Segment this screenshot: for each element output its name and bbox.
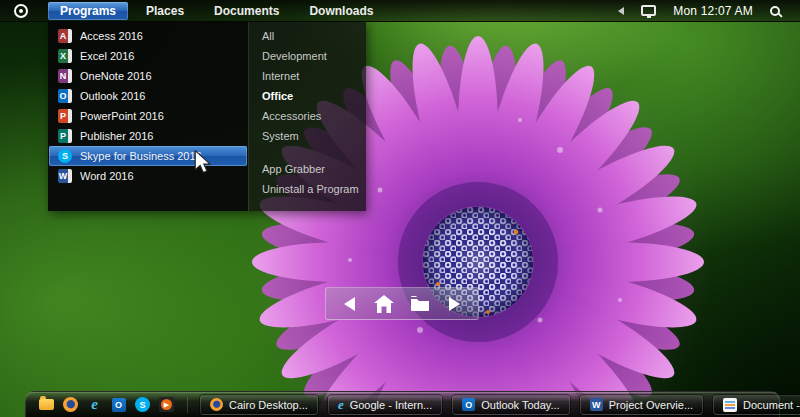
cairo-logo-icon[interactable] [14,4,28,18]
internet-explorer-icon: e [338,397,344,412]
app-item-skype-for-business[interactable]: S Skype for Business 2016 [49,146,247,166]
app-item-label: Outlook 2016 [80,90,145,102]
category-system[interactable]: System [249,126,366,146]
mouse-cursor [194,150,212,174]
task-button-label: Outlook Today... [481,399,559,411]
file-explorer-icon[interactable] [38,396,55,413]
clock[interactable]: Mon 12:07 AM [673,4,753,18]
app-item-publisher[interactable]: P Publisher 2016 [49,126,247,146]
onenote-icon: N [58,69,72,83]
programs-dropdown: A Access 2016 X Excel 2016 N OneNote 201… [48,22,366,211]
menu-documents[interactable]: Documents [202,2,291,20]
excel-icon: X [58,49,72,63]
topbar-right-cluster: Mon 12:07 AM [618,4,786,18]
menu-programs[interactable]: Programs [48,2,128,20]
search-icon[interactable] [770,6,780,16]
task-button-google[interactable]: e Google - Intern... [328,395,442,415]
task-button-outlook-today[interactable]: O Outlook Today... [452,395,569,415]
category-divider [249,146,366,159]
task-button-project-overview[interactable]: W Project Overvie... [580,395,703,415]
folder-icon[interactable] [410,296,430,311]
task-button-document[interactable]: Document - W... [713,395,800,415]
word-icon: W [590,398,603,411]
category-accessories[interactable]: Accessories [249,106,366,126]
collapse-arrow-icon[interactable] [618,7,624,15]
task-button-cairo-desktop[interactable]: Cairo Desktop... [200,395,318,415]
app-item-powerpoint[interactable]: P PowerPoint 2016 [49,106,247,126]
app-item-outlook[interactable]: O Outlook 2016 [49,86,247,106]
desktop: Programs Places Documents Downloads Mon … [0,0,800,417]
display-icon[interactable] [641,5,656,16]
outlook-icon: O [58,89,72,103]
skype-icon[interactable]: S [134,396,151,413]
wordpad-document-icon [723,398,737,412]
menu-downloads[interactable]: Downloads [297,2,385,20]
taskbar-separator [187,397,188,413]
firefox-icon [210,398,223,411]
publisher-icon: P [58,129,72,143]
access-icon: A [58,29,72,43]
app-item-excel[interactable]: X Excel 2016 [49,46,247,66]
task-button-label: Google - Intern... [350,399,433,411]
desktop-nav-toolbar [325,287,479,320]
word-icon: W [58,169,72,183]
app-item-onenote[interactable]: N OneNote 2016 [49,66,247,86]
home-icon[interactable] [374,295,394,313]
powerpoint-icon: P [58,109,72,123]
categories-panel: All Development Internet Office Accessor… [248,22,366,211]
firefox-icon[interactable] [62,396,79,413]
app-item-label: OneNote 2016 [80,70,152,82]
menu-places[interactable]: Places [134,2,196,20]
apps-panel: A Access 2016 X Excel 2016 N OneNote 201… [48,22,248,211]
action-uninstall-program[interactable]: Uninstall a Program [249,179,366,199]
action-app-grabber[interactable]: App Grabber [249,159,366,179]
app-item-access[interactable]: A Access 2016 [49,26,247,46]
category-all[interactable]: All [249,26,366,46]
internet-explorer-icon[interactable]: e [86,396,103,413]
app-item-label: Access 2016 [80,30,143,42]
app-item-word[interactable]: W Word 2016 [49,166,247,186]
app-item-label: Skype for Business 2016 [80,150,202,162]
outlook-icon: O [462,398,475,411]
outlook-icon[interactable]: O [110,396,127,413]
taskbar: e O S ▶ Cairo Desktop... e Google - Inte… [25,391,780,417]
skype-for-business-icon: S [58,149,72,163]
app-item-label: Word 2016 [80,170,134,182]
category-development[interactable]: Development [249,46,366,66]
category-internet[interactable]: Internet [249,66,366,86]
task-button-label: Project Overvie... [609,399,693,411]
task-button-label: Cairo Desktop... [229,399,308,411]
media-player-icon[interactable]: ▶ [158,396,175,413]
task-button-label: Document - W... [743,399,800,411]
back-icon[interactable] [342,296,357,312]
app-item-label: PowerPoint 2016 [80,110,164,122]
category-office[interactable]: Office [249,86,366,106]
app-item-label: Publisher 2016 [80,130,153,142]
forward-icon[interactable] [447,296,462,312]
app-item-label: Excel 2016 [80,50,134,62]
top-menu-bar: Programs Places Documents Downloads Mon … [0,0,800,22]
